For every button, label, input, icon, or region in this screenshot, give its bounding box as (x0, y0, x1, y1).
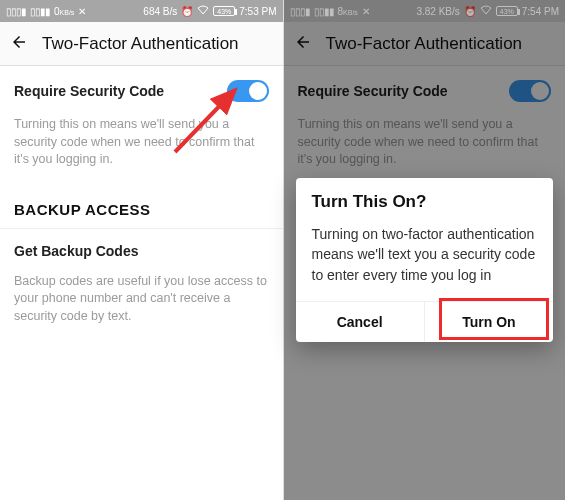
screenshot-left: ▯▯▯▮ ▯▯▮▮ 0KB/s ✕ 684 B/s ⏰ 43% 7:53 PM … (0, 0, 283, 500)
require-code-row: Require Security Code (0, 66, 283, 116)
toggle-label: Require Security Code (14, 83, 164, 99)
battery-icon: 43% (213, 6, 235, 16)
cancel-button[interactable]: Cancel (296, 302, 424, 342)
backup-description: Backup codes are useful if you lose acce… (0, 273, 283, 340)
backup-section-header: BACKUP ACCESS (0, 183, 283, 229)
status-bar: ▯▯▯▮ ▯▯▮▮ 0KB/s ✕ 684 B/s ⏰ 43% 7:53 PM (0, 0, 283, 22)
toggle-description: Turning this on means we'll send you a s… (0, 116, 283, 183)
wifi-icon (197, 5, 209, 17)
app-bar: Two-Factor Authentication (0, 22, 283, 66)
confirm-dialog: Turn This On? Turning on two-factor auth… (296, 178, 554, 342)
require-code-toggle[interactable] (227, 80, 269, 102)
page-title: Two-Factor Authentication (42, 34, 239, 54)
turn-on-button[interactable]: Turn On (424, 302, 553, 342)
get-backup-codes-link[interactable]: Get Backup Codes (0, 229, 283, 273)
clock: 7:53 PM (239, 6, 276, 17)
signal-icon: ▯▯▯▮ (6, 6, 26, 17)
content: Require Security Code Turning this on me… (0, 66, 283, 500)
no-sim-icon: ✕ (78, 6, 86, 17)
dialog-body: Turning on two-factor authentication mea… (296, 220, 554, 301)
back-arrow-icon[interactable] (10, 33, 28, 55)
kbs-label: 0KB/s (54, 6, 74, 17)
screenshot-right: ▯▯▯▮ ▯▯▮▮ 8KB/s ✕ 3.82 KB/s ⏰ 43% 7:54 P… (283, 0, 566, 500)
signal-icon-2: ▯▯▮▮ (30, 6, 50, 17)
status-bar: ▯▯▯▮ ▯▯▮▮ 8KB/s ✕ 3.82 KB/s ⏰ 43% 7:54 P… (284, 0, 566, 22)
dialog-title: Turn This On? (296, 178, 554, 220)
dialog-actions: Cancel Turn On (296, 301, 554, 342)
alarm-icon: ⏰ (181, 6, 193, 17)
net-speed: 684 B/s (143, 6, 177, 17)
